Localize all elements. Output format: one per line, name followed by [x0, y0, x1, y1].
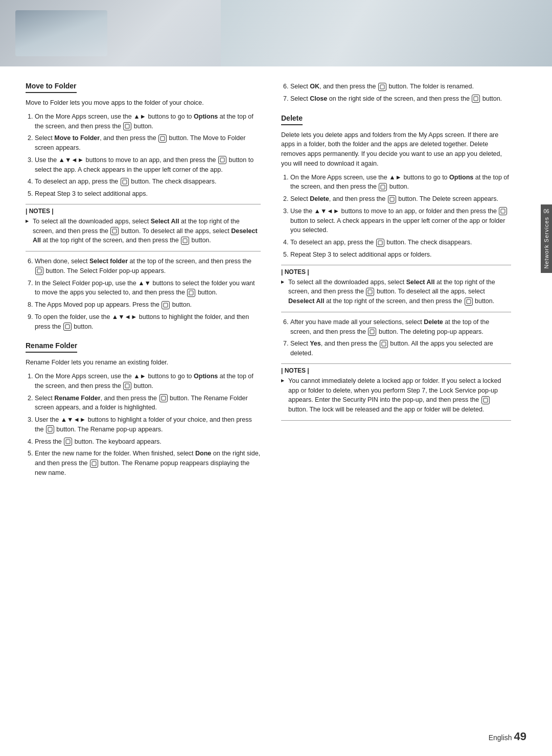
page-number: 49 [514, 730, 526, 743]
move-to-folder-steps: On the More Apps screen, use the ▲► butt… [35, 112, 261, 199]
header-image [0, 0, 552, 66]
step-item: After you have made all your selections,… [290, 317, 511, 337]
note-item: To select all the downloaded apps, selec… [281, 278, 511, 306]
step-item: Press the button. The keyboard appears. [35, 437, 261, 447]
move-to-folder-intro: Move to Folder lets you move apps to the… [26, 98, 261, 108]
notes-box-1: | NOTES | To select all the downloaded a… [26, 204, 261, 251]
move-to-folder-section: Move to Folder Move to Folder lets you m… [26, 82, 261, 331]
button-icon [366, 288, 374, 296]
note-item: To select all the downloaded apps, selec… [26, 217, 261, 245]
notes-box-3: | NOTES | You cannot immediately delete … [281, 363, 511, 421]
notes-list: You cannot immediately delete a locked a… [281, 376, 511, 415]
step-item: Repeat Step 3 to select additional apps … [290, 250, 511, 260]
button-icon [388, 195, 396, 203]
button-icon [368, 328, 376, 336]
button-icon [465, 297, 473, 306]
step-item: Select Move to Folder, and then press th… [35, 133, 261, 153]
rename-folder-section: Rename Folder Rename Folder lets you ren… [26, 341, 261, 477]
english-label: English [489, 734, 512, 742]
side-tab-label: Network Services [543, 217, 549, 269]
delete-intro: Delete lets you delete apps and folders … [281, 130, 511, 169]
button-icon [379, 183, 387, 191]
side-tab: 06 Network Services [541, 204, 552, 273]
button-icon [376, 239, 384, 247]
button-icon [187, 289, 195, 297]
step-item: Select Yes, and then press the button. A… [290, 339, 511, 358]
button-icon [472, 95, 480, 103]
left-column: Move to Folder Move to Folder lets you m… [26, 82, 261, 483]
button-icon [35, 267, 43, 275]
delete-heading: Delete [281, 114, 303, 125]
rename-folder-steps: On the More Apps screen, use the ▲► butt… [35, 372, 261, 478]
button-icon [162, 301, 170, 309]
button-icon [63, 323, 72, 331]
button-icon [90, 460, 98, 468]
button-icon [121, 178, 129, 186]
delete-steps-continued: After you have made all your selections,… [290, 317, 511, 358]
button-icon [499, 207, 507, 215]
step-item: Enter the new name for the folder. When … [35, 449, 261, 477]
delete-section: Delete Delete lets you delete apps and f… [281, 114, 511, 421]
note-item: You cannot immediately delete a locked a… [281, 376, 511, 415]
notes-label: | NOTES | [281, 367, 511, 374]
button-icon [64, 438, 72, 446]
step-item: On the More Apps screen, use the ▲► butt… [35, 112, 261, 131]
button-icon [46, 425, 54, 433]
rename-folder-intro: Rename Folder lets you rename an existin… [26, 358, 261, 368]
move-to-folder-steps-continued: When done, select Select folder at the t… [35, 257, 261, 331]
side-tab-number: 06 [543, 209, 549, 214]
button-icon [481, 396, 490, 404]
step-item: In the Select Folder pop-up, use the ▲▼ … [35, 279, 261, 298]
button-icon [123, 382, 131, 390]
footer: English 49 [489, 730, 526, 743]
notes-label: | NOTES | [281, 268, 511, 276]
notes-box-2: | NOTES | To select all the downloaded a… [281, 265, 511, 312]
button-icon [110, 227, 119, 235]
button-icon [123, 122, 131, 130]
button-icon [181, 237, 189, 245]
notes-list: To select all the downloaded apps, selec… [281, 278, 511, 306]
step-item: Repeat Step 3 to select additional apps. [35, 189, 261, 199]
step-item: User the ▲▼◄► buttons to highlight a fol… [35, 415, 261, 434]
button-icon [218, 156, 226, 164]
step-item: To open the folder, use the ▲▼◄► buttons… [35, 312, 261, 332]
delete-steps: On the More Apps screen, use the ▲► butt… [290, 173, 511, 260]
step-item: Select Close on the right side of the sc… [290, 94, 511, 104]
step-item: Select Rename Folder, and then press the… [35, 394, 261, 413]
button-icon [159, 394, 168, 402]
step-item: Select OK, and then press the button. Th… [290, 82, 511, 91]
step-item: Use the ▲▼◄► buttons to move to an app, … [35, 155, 261, 175]
step-item: To deselect an app, press the button. Th… [290, 238, 511, 247]
step-item: Select Delete, and then press the button… [290, 194, 511, 204]
notes-label: | NOTES | [26, 208, 261, 215]
rename-folder-steps-continued: Select OK, and then press the button. Th… [290, 82, 511, 104]
step-item: The Apps Moved pop up appears. Press the… [35, 300, 261, 310]
notes-list: To select all the downloaded apps, selec… [26, 217, 261, 245]
step-item: On the More Apps screen, use the ▲► butt… [290, 173, 511, 192]
step-item: When done, select Select folder at the t… [35, 257, 261, 276]
rename-folder-heading: Rename Folder [26, 341, 77, 353]
step-item: Use the ▲▼◄► buttons to move to an app, … [290, 207, 511, 235]
right-column: Select OK, and then press the button. Th… [276, 82, 511, 483]
button-icon [158, 134, 167, 143]
step-item: To deselect an app, press the button. Th… [35, 177, 261, 187]
move-to-folder-heading: Move to Folder [26, 82, 77, 93]
button-icon [380, 340, 388, 348]
button-icon [378, 83, 386, 91]
step-item: On the More Apps screen, use the ▲► butt… [35, 372, 261, 391]
